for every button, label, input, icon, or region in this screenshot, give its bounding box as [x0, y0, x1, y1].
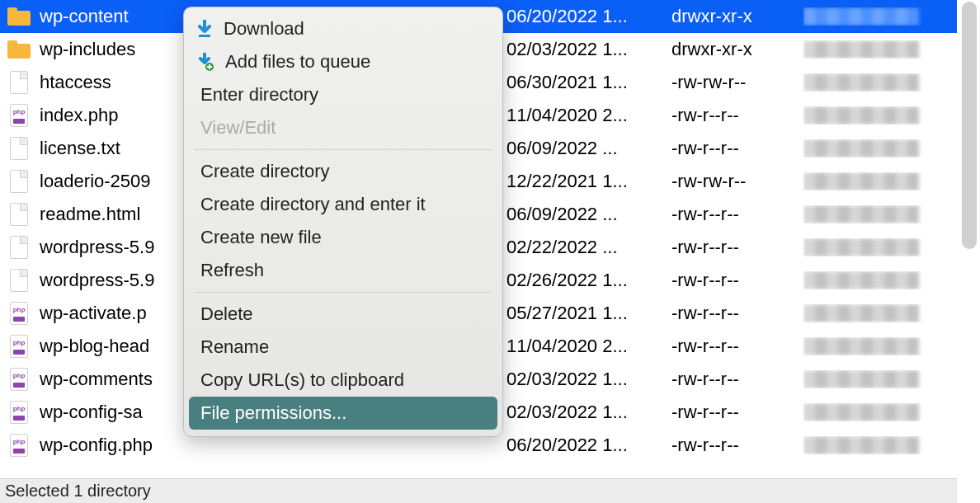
menu-add-queue[interactable]: Add files to queue: [184, 45, 502, 78]
file-icon-cell: [0, 269, 38, 292]
menu-download-label: Download: [224, 18, 304, 40]
svg-rect-3: [13, 383, 25, 388]
svg-rect-4: [13, 416, 25, 421]
menu-copy-url-label: Copy URL(s) to clipboard: [200, 369, 404, 391]
status-bar: Selected 1 directory: [0, 478, 957, 503]
file-date: 12/22/2021 1...: [506, 171, 671, 192]
file-owner: [803, 238, 944, 256]
file-owner: [803, 106, 944, 125]
menu-enter-directory-label: Enter directory: [200, 84, 318, 106]
file-permissions: -rw-r--r--: [671, 402, 803, 423]
file-owner: [803, 73, 944, 92]
file-permissions: -rw-rw-r--: [671, 171, 803, 192]
svg-rect-6: [199, 35, 210, 37]
php-file-icon: [10, 104, 28, 127]
menu-create-directory-enter-label: Create directory and enter it: [200, 194, 426, 215]
file-permissions: drwxr-xr-x: [671, 6, 803, 27]
svg-rect-1: [13, 317, 25, 322]
owner-redacted: [803, 436, 919, 454]
file-date: 02/03/2022 1...: [506, 39, 671, 60]
file-icon: [10, 236, 28, 259]
owner-redacted: [803, 304, 919, 322]
file-owner: [803, 436, 944, 454]
menu-view-edit-label: View/Edit: [200, 117, 276, 139]
file-icon: [10, 137, 28, 160]
folder-icon: [7, 7, 31, 26]
file-date: 06/20/2022 1...: [506, 6, 671, 27]
menu-create-file[interactable]: Create new file: [184, 221, 502, 254]
file-icon-cell: [0, 7, 38, 26]
owner-redacted: [803, 40, 919, 59]
file-owner: [803, 271, 944, 289]
owner-redacted: [803, 238, 919, 256]
svg-rect-2: [13, 350, 25, 355]
file-date: 06/09/2022 ...: [506, 138, 671, 159]
owner-redacted: [803, 7, 919, 26]
file-permissions: -rw-rw-r--: [671, 72, 803, 93]
context-menu[interactable]: Download Add files to queue Enter direct…: [183, 7, 503, 437]
php-file-icon: [10, 368, 28, 391]
file-icon: [10, 203, 28, 226]
owner-redacted: [803, 337, 919, 355]
menu-enter-directory[interactable]: Enter directory: [184, 78, 502, 111]
file-icon-cell: [0, 302, 38, 325]
file-permissions: -rw-r--r--: [671, 237, 803, 258]
file-permissions: -rw-r--r--: [671, 270, 803, 291]
owner-redacted: [803, 370, 919, 388]
menu-file-permissions-label: File permissions...: [200, 402, 346, 424]
file-owner: [803, 172, 944, 190]
menu-create-directory[interactable]: Create directory: [184, 155, 502, 188]
menu-rename-label: Rename: [200, 336, 269, 358]
file-date: 06/30/2021 1...: [506, 72, 671, 93]
owner-redacted: [803, 403, 919, 421]
file-icon: [10, 71, 28, 94]
file-owner: [803, 304, 944, 322]
menu-delete[interactable]: Delete: [184, 298, 502, 331]
php-file-icon: [10, 302, 28, 325]
status-text: Selected 1 directory: [5, 482, 151, 501]
file-permissions: -rw-r--r--: [671, 435, 803, 456]
scrollbar-track[interactable]: [957, 0, 980, 503]
menu-copy-url[interactable]: Copy URL(s) to clipboard: [184, 364, 502, 397]
menu-separator: [194, 292, 492, 293]
file-icon: [10, 269, 28, 292]
file-date: 06/09/2022 ...: [506, 204, 671, 225]
file-permissions: drwxr-xr-x: [671, 39, 803, 60]
menu-create-directory-enter[interactable]: Create directory and enter it: [184, 188, 502, 221]
file-permissions: -rw-r--r--: [671, 204, 803, 225]
menu-download[interactable]: Download: [184, 12, 502, 45]
menu-file-permissions[interactable]: File permissions...: [189, 397, 497, 430]
file-owner: [803, 337, 944, 355]
add-to-queue-icon: [197, 53, 214, 71]
php-file-icon: [10, 335, 28, 358]
scrollbar-thumb[interactable]: [962, 2, 977, 249]
menu-separator: [194, 149, 492, 150]
owner-redacted: [803, 73, 919, 92]
file-icon-cell: [0, 401, 38, 424]
file-permissions: -rw-r--r--: [671, 303, 803, 324]
file-owner: [803, 40, 944, 59]
menu-rename[interactable]: Rename: [184, 331, 502, 364]
menu-delete-label: Delete: [200, 303, 253, 325]
file-date: 02/26/2022 1...: [506, 270, 671, 291]
owner-redacted: [803, 271, 919, 289]
menu-refresh-label: Refresh: [200, 260, 264, 281]
file-owner: [803, 205, 944, 223]
file-icon-cell: [0, 170, 38, 193]
file-date: 11/04/2020 2...: [506, 336, 671, 357]
file-date: 02/03/2022 1...: [506, 369, 671, 390]
file-date: 02/03/2022 1...: [506, 402, 671, 423]
file-date: 05/27/2021 1...: [506, 303, 671, 324]
file-owner: [803, 403, 944, 421]
file-icon-cell: [0, 335, 38, 358]
download-icon: [197, 20, 212, 38]
menu-create-directory-label: Create directory: [200, 161, 330, 182]
file-icon-cell: [0, 40, 38, 59]
menu-refresh[interactable]: Refresh: [184, 254, 502, 287]
file-icon-cell: [0, 434, 38, 457]
svg-rect-0: [13, 119, 25, 124]
file-date: 06/20/2022 1...: [506, 435, 671, 456]
php-file-icon: [10, 401, 28, 424]
file-icon: [10, 170, 28, 193]
file-icon-cell: [0, 137, 38, 160]
